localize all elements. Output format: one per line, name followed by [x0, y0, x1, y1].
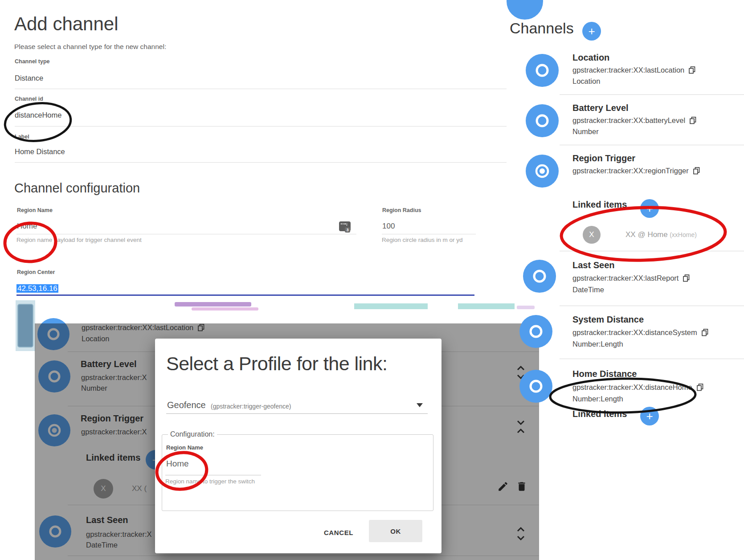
channel-type-text: DateTime — [572, 286, 604, 294]
channel-uid: gpstracker:tracker:XX:distanceSystem — [572, 328, 708, 337]
circle-outline-icon — [531, 268, 548, 284]
config-section-title: Channel configuration — [14, 181, 140, 196]
ok-button[interactable]: OK — [369, 520, 422, 542]
channel-title: Home Distance — [572, 369, 637, 379]
add-link-button[interactable]: + — [640, 407, 659, 425]
linked-item-avatar: X — [583, 226, 601, 244]
label-label: Label — [15, 134, 29, 140]
channel-uid: gpstracker:tracker:XX:distanceHome — [572, 383, 703, 392]
channel-uid: gpstracker:tracker:XX:lastLocation — [572, 66, 695, 74]
target-icon — [534, 163, 551, 180]
scroll-top-fab[interactable] — [507, 0, 543, 20]
profile-select[interactable]: Geofence (gpstracker:trigger-geofence) — [166, 399, 430, 415]
linked-item-row[interactable]: XX @ Home (xxHome) — [625, 230, 697, 239]
profile-select-uid: (gpstracker:trigger-geofence) — [211, 403, 291, 410]
region-radius-label: Region Radius — [382, 207, 421, 213]
keyboard-input-icon[interactable]: 3 — [339, 221, 351, 231]
field-underline — [15, 89, 507, 89]
circle-outline-icon — [528, 378, 544, 394]
channel-state-icon — [526, 54, 559, 87]
screenshot-artifact — [175, 302, 251, 307]
channel-state-icon — [519, 370, 552, 403]
divider — [560, 359, 744, 359]
channel-type-text: Number:Length — [572, 340, 623, 348]
dialog-region-name-label: Region Name — [166, 444, 203, 451]
plus-icon: + — [646, 409, 653, 423]
channel-type-text: Number — [572, 127, 599, 136]
keyboard-badge: 3 — [345, 227, 350, 233]
channel-uid: gpstracker:tracker:XX:regionTrigger — [572, 167, 700, 175]
cancel-button[interactable]: CANCEL — [314, 523, 363, 541]
dialog-region-name-help: Region name to trigger the switch — [165, 478, 255, 485]
annotation-ellipse-channel-id — [2, 101, 74, 143]
channel-state-icon — [519, 315, 552, 348]
plus-icon: + — [646, 202, 653, 216]
copy-icon[interactable] — [693, 167, 700, 175]
region-radius-input[interactable]: 100 — [382, 222, 395, 231]
divider — [560, 94, 744, 95]
divider — [560, 145, 744, 145]
add-channel-button[interactable]: + — [582, 22, 601, 41]
select-underline — [166, 413, 428, 414]
region-name-label: Region Name — [17, 207, 53, 213]
dialog-region-name-input[interactable]: Home — [166, 459, 189, 469]
region-center-label: Region Center — [17, 269, 55, 275]
field-underline — [16, 234, 356, 234]
copy-icon[interactable] — [689, 66, 695, 74]
fieldset-legend: Configuration: — [168, 430, 217, 438]
sidebar-title: Channels — [510, 20, 574, 37]
copy-icon[interactable] — [683, 274, 690, 282]
dialog-title: Select a Profile for the link: — [166, 353, 387, 375]
field-underline — [15, 126, 507, 127]
page-title: Add channel — [14, 13, 119, 35]
channel-title: Battery Level — [572, 103, 629, 113]
channel-title: Location — [572, 53, 609, 63]
region-radius-help: Region circle radius in m or yd — [382, 237, 463, 243]
channel-type-label: Channel type — [15, 58, 50, 65]
channel-trigger-icon — [526, 155, 559, 188]
screenshot-artifact — [192, 307, 258, 311]
configuration-fieldset: Configuration: Region Name Home Region n… — [162, 434, 433, 511]
channel-title: System Distance — [572, 315, 644, 325]
profile-select-value: Geofence — [167, 400, 206, 410]
channel-type-text: Location — [572, 77, 600, 86]
channel-type-text: Number:Length — [572, 395, 623, 403]
channel-title: Region Trigger — [572, 153, 635, 164]
chevron-down-icon — [417, 403, 423, 407]
linked-item-sublabel: (xxHome) — [670, 231, 697, 238]
screenshot-artifact — [517, 306, 535, 309]
field-underline — [382, 234, 476, 234]
form-intro: Please select a channel type for the new… — [14, 43, 166, 51]
channel-id-label: Channel id — [15, 96, 43, 102]
channel-state-icon — [523, 260, 556, 293]
divider — [560, 306, 744, 306]
profile-dialog: Select a Profile for the link: Geofence … — [155, 339, 441, 553]
channel-uid: gpstracker:tracker:XX:batteryLevel — [572, 116, 696, 125]
channel-uid: gpstracker:tracker:XX:lastReport — [572, 274, 690, 282]
linked-items-label: Linked items — [572, 409, 627, 419]
add-link-button[interactable]: + — [640, 199, 659, 218]
channel-state-icon — [526, 104, 559, 137]
copy-icon[interactable] — [697, 384, 703, 391]
region-center-input[interactable]: 42.53,16.16 — [16, 284, 58, 293]
circle-outline-icon — [534, 62, 550, 78]
divider — [560, 251, 744, 251]
focus-underline — [16, 294, 474, 296]
circle-outline-icon — [534, 113, 550, 129]
screenshot-artifact — [16, 300, 35, 351]
channel-id-input[interactable]: distanceHome — [15, 111, 61, 119]
linked-item-label: XX @ Home — [625, 230, 668, 239]
label-input[interactable]: Home Distance — [15, 147, 65, 156]
field-underline — [15, 162, 507, 163]
field-underline — [165, 475, 261, 475]
channel-type-select[interactable]: Distance — [15, 74, 43, 82]
region-name-help: Region name payload for trigger channel … — [16, 237, 142, 243]
region-name-input[interactable]: Home — [17, 222, 37, 231]
screenshot-artifact — [354, 303, 428, 309]
copy-icon[interactable] — [702, 329, 708, 336]
copy-icon[interactable] — [690, 117, 696, 124]
channel-title: Last Seen — [572, 260, 614, 270]
circle-outline-icon — [528, 323, 544, 339]
screenshot-artifact — [458, 303, 515, 309]
linked-items-label: Linked items — [572, 200, 627, 210]
